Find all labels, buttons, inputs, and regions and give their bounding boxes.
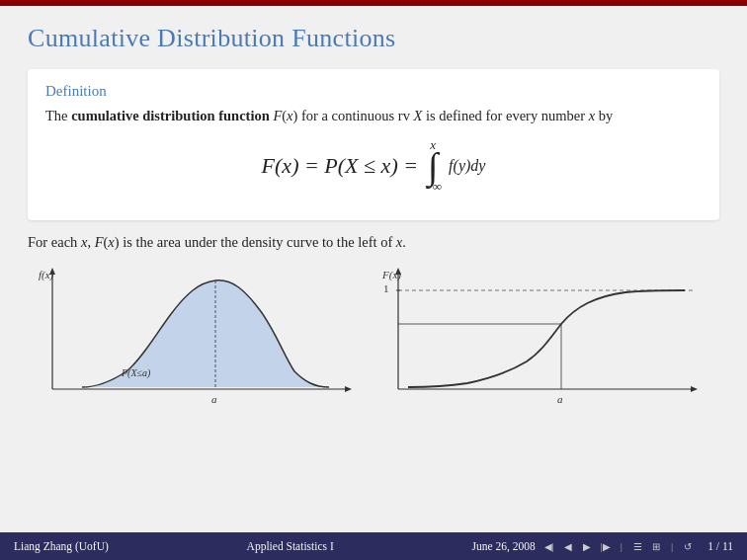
integral-lower: −∞ xyxy=(424,179,442,195)
right-graph-panel: F(x) 1 a xyxy=(374,263,719,421)
integral-upper: x xyxy=(430,137,436,153)
nav-right-end-icon[interactable]: |▶ xyxy=(598,538,614,554)
integral-expression: x ∫ −∞ f(y)dy xyxy=(424,137,485,195)
description-text: For each x, F(x) is the area under the d… xyxy=(28,234,719,251)
integral-with-bounds: x ∫ −∞ xyxy=(424,137,442,195)
nav-refresh-icon[interactable]: ↺ xyxy=(680,538,696,554)
integral-integrand: f(y)dy xyxy=(445,157,485,175)
footer-date: June 26, 2008 xyxy=(472,540,536,552)
footer-right: June 26, 2008 ◀| ◀ ▶ |▶ | ☰ ⊞ | ↺ 1 / 11 xyxy=(472,538,733,554)
bold-term: cumulative distribution function xyxy=(71,108,270,123)
integral-symbol: ∫ xyxy=(428,149,438,183)
svg-text:1: 1 xyxy=(383,282,389,294)
nav-left-icon[interactable]: ◀ xyxy=(560,538,576,554)
svg-marker-11 xyxy=(691,386,698,392)
slide-container: Cumulative Distribution Functions Defini… xyxy=(0,0,747,560)
svg-text:a: a xyxy=(211,393,217,405)
formula-line: F(x) = P(X ≤ x) = x ∫ −∞ f(y)dy xyxy=(262,137,486,195)
definition-text: The cumulative distribution function F(x… xyxy=(45,106,702,127)
formula-lhs: F(x) = P(X ≤ x) = xyxy=(262,153,418,179)
nav-divider: | xyxy=(621,540,622,552)
graphs-container: f(x) P(X≤a) a xyxy=(28,263,719,532)
nav-left-end-icon[interactable]: ◀| xyxy=(541,538,557,554)
bottom-bar: Liang Zhang (UofU) Applied Statistics I … xyxy=(0,532,747,560)
svg-text:f(x): f(x) xyxy=(39,269,54,281)
left-graph-panel: f(x) P(X≤a) a xyxy=(28,263,374,421)
definition-inline-text: F(x) for a continuous rv X is defined fo… xyxy=(273,108,613,123)
nav-right-icon[interactable]: ▶ xyxy=(579,538,595,554)
nav-icons[interactable]: ◀| ◀ ▶ |▶ | ☰ ⊞ | ↺ xyxy=(541,538,696,554)
svg-text:P(X≤a): P(X≤a) xyxy=(121,367,151,379)
footer-course: Applied Statistics I xyxy=(247,540,334,552)
slide-content: Cumulative Distribution Functions Defini… xyxy=(0,6,747,532)
footer-page: 1 / 11 xyxy=(707,540,733,552)
definition-box: Definition The cumulative distribution f… xyxy=(28,69,719,220)
footer-author: Liang Zhang (UofU) xyxy=(14,540,109,552)
nav-bookmark-icon[interactable]: ⊞ xyxy=(648,538,664,554)
definition-label: Definition xyxy=(45,83,702,100)
svg-text:a: a xyxy=(557,393,563,405)
slide-title: Cumulative Distribution Functions xyxy=(28,24,719,53)
svg-marker-3 xyxy=(345,386,352,392)
right-graph-svg: F(x) 1 a xyxy=(374,263,719,421)
formula-container: F(x) = P(X ≤ x) = x ∫ −∞ f(y)dy xyxy=(45,137,702,195)
left-graph-svg: f(x) P(X≤a) a xyxy=(28,263,374,421)
nav-list-icon[interactable]: ☰ xyxy=(629,538,645,554)
svg-text:F(x): F(x) xyxy=(381,269,401,281)
nav-divider2: | xyxy=(671,540,673,552)
